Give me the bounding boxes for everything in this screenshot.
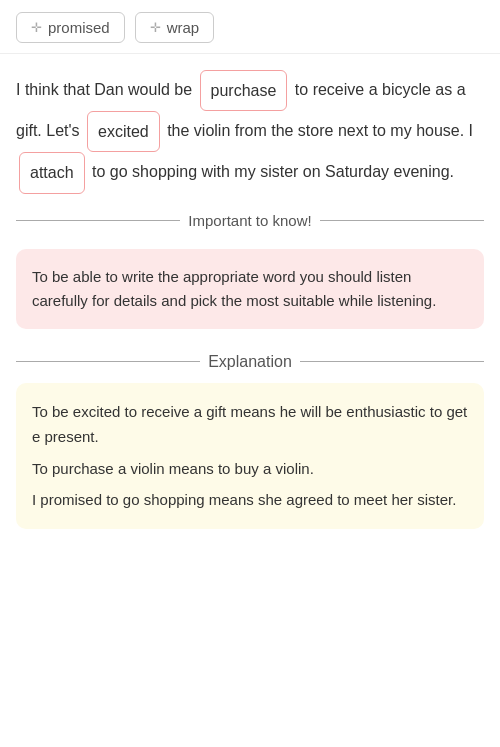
chip-promised-label: promised <box>48 19 110 36</box>
info-text: To be able to write the appropriate word… <box>32 268 436 309</box>
inline-word-3[interactable]: attach <box>19 152 85 193</box>
explanation-divider-line-right <box>300 361 484 362</box>
sentence-area: I think that Dan would be purchase to re… <box>0 54 500 202</box>
explanation-label: Explanation <box>208 353 292 371</box>
explanation-line-2: To purchase a violin means to buy a viol… <box>32 456 468 482</box>
drag-icon-promised: ✛ <box>31 20 42 35</box>
explanation-line-1: To be excited to receive a gift means he… <box>32 399 468 450</box>
explanation-divider: Explanation <box>0 339 500 379</box>
sentence-part3: the violin from the store next to my hou… <box>167 122 473 139</box>
sentence-part4: to go shopping with my sister on Saturda… <box>92 163 454 180</box>
inline-word-2[interactable]: excited <box>87 111 160 152</box>
chips-container: ✛ promised ✛ wrap <box>0 0 500 54</box>
sentence-part1: I think that Dan would be <box>16 81 192 98</box>
important-divider: Important to know! <box>0 202 500 239</box>
drag-icon-wrap: ✛ <box>150 20 161 35</box>
divider-line-right <box>320 220 484 221</box>
inline-word-1[interactable]: purchase <box>200 70 288 111</box>
chip-promised[interactable]: ✛ promised <box>16 12 125 43</box>
explanation-divider-line-left <box>16 361 200 362</box>
chip-wrap[interactable]: ✛ wrap <box>135 12 215 43</box>
important-label: Important to know! <box>188 210 311 231</box>
explanation-line-3: I promised to go shopping means she agre… <box>32 487 468 513</box>
explanation-box: To be excited to receive a gift means he… <box>16 383 484 529</box>
chip-wrap-label: wrap <box>167 19 200 36</box>
divider-line-left <box>16 220 180 221</box>
info-box: To be able to write the appropriate word… <box>16 249 484 329</box>
